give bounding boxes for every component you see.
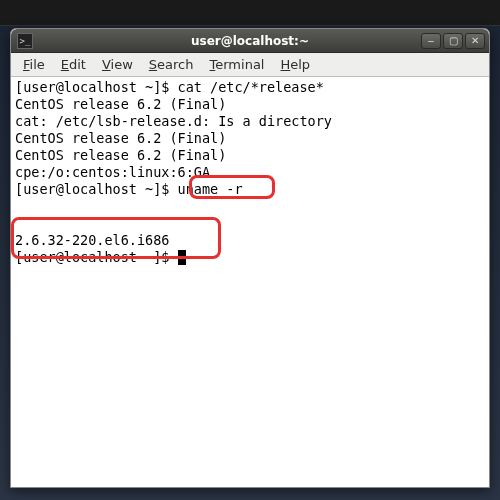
desktop-top-panel <box>0 0 500 26</box>
terminal-line: [user@localhost ~]$ uname -r <box>15 181 243 197</box>
terminal-line: cpe:/o:centos:linux:6:GA <box>15 164 210 180</box>
menu-view[interactable]: View <box>94 55 141 74</box>
window-title: user@localhost:~ <box>11 34 489 48</box>
window-titlebar[interactable]: >_ user@localhost:~ – ▢ ✕ <box>11 29 489 53</box>
menu-terminal[interactable]: Terminal <box>202 55 273 74</box>
maximize-button[interactable]: ▢ <box>443 33 463 49</box>
menubar: File Edit View Search Terminal Help <box>11 53 489 77</box>
terminal-window: >_ user@localhost:~ – ▢ ✕ File Edit View… <box>10 28 490 488</box>
menu-search[interactable]: Search <box>141 55 202 74</box>
terminal-line: [user@localhost ~]$ cat /etc/*release* <box>15 79 324 95</box>
terminal-output[interactable]: [user@localhost ~]$ cat /etc/*release* C… <box>11 77 489 487</box>
menu-file[interactable]: File <box>15 55 53 74</box>
terminal-line: CentOS release 6.2 (Final) <box>15 130 226 146</box>
terminal-line: CentOS release 6.2 (Final) <box>15 147 226 163</box>
window-controls: – ▢ ✕ <box>421 33 485 49</box>
terminal-line: 2.6.32-220.el6.i686 <box>15 232 169 248</box>
close-button[interactable]: ✕ <box>465 33 485 49</box>
terminal-prompt: [user@localhost ~]$ <box>15 249 178 265</box>
menu-edit[interactable]: Edit <box>53 55 94 74</box>
menu-help[interactable]: Help <box>272 55 318 74</box>
terminal-icon: >_ <box>17 33 33 49</box>
cursor <box>178 250 186 265</box>
terminal-line: cat: /etc/lsb-release.d: Is a directory <box>15 113 332 129</box>
terminal-line: CentOS release 6.2 (Final) <box>15 96 226 112</box>
minimize-button[interactable]: – <box>421 33 441 49</box>
